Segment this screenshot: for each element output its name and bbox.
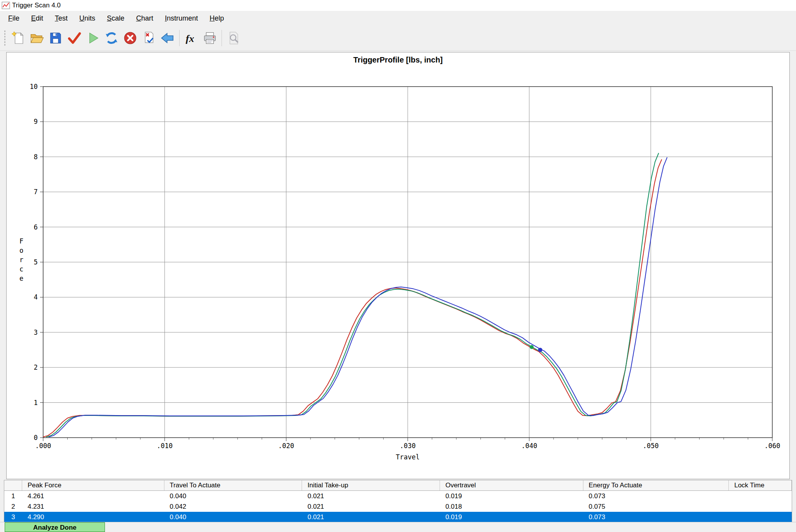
menu-test[interactable]: Test — [49, 13, 73, 24]
menu-units[interactable]: Units — [73, 13, 101, 24]
save-icon[interactable] — [46, 28, 65, 48]
column-header[interactable]: Travel To Actuate — [164, 480, 302, 490]
menu-file[interactable]: File — [2, 13, 25, 24]
table-cell — [729, 491, 792, 501]
table-cell: 4.290 — [22, 512, 164, 522]
svg-text:0: 0 — [34, 434, 38, 442]
toolbar: fx — [0, 26, 796, 51]
column-header[interactable]: Initial Take-up — [302, 480, 440, 490]
results-table: Peak ForceTravel To ActuateInitial Take-… — [4, 480, 792, 522]
print-preview-icon — [224, 28, 243, 48]
window-title: Trigger Scan 4.0 — [12, 2, 61, 9]
svg-text:3: 3 — [34, 329, 38, 336]
svg-text:4: 4 — [34, 293, 38, 301]
column-header[interactable]: Overtravel — [440, 480, 583, 490]
status-badge: Analyze Done — [5, 522, 105, 532]
open-folder-icon[interactable] — [28, 28, 46, 48]
svg-text:9: 9 — [34, 118, 38, 125]
svg-text:fx: fx — [186, 33, 194, 44]
svg-text:.040: .040 — [521, 442, 537, 450]
table-cell: 0.073 — [583, 491, 729, 501]
table-cell: 0.073 — [583, 512, 729, 522]
back-arrow-icon[interactable] — [158, 28, 177, 48]
menu-scale[interactable]: Scale — [101, 13, 130, 24]
svg-text:6: 6 — [34, 223, 38, 231]
column-header[interactable]: Energy To Actuate — [583, 480, 729, 490]
column-header[interactable] — [4, 480, 22, 490]
title-bar: Trigger Scan 4.0 — [0, 0, 796, 11]
menu-help[interactable]: Help — [204, 13, 230, 24]
table-cell — [729, 512, 792, 522]
svg-text:.020: .020 — [278, 442, 294, 450]
svg-text:2: 2 — [34, 363, 38, 371]
svg-text:Travel: Travel — [396, 453, 419, 461]
table-cell: 0.042 — [164, 501, 302, 512]
function-fx-icon[interactable]: fx — [182, 28, 201, 48]
column-header[interactable]: Peak Force — [22, 480, 164, 490]
stop-icon[interactable] — [121, 28, 140, 48]
print-icon[interactable] — [201, 28, 219, 48]
menu-chart[interactable]: Chart — [130, 13, 159, 24]
validate-icon[interactable] — [140, 28, 158, 48]
app-icon — [2, 1, 10, 10]
table-cell: 0.019 — [440, 491, 583, 501]
column-header[interactable]: Lock Time — [729, 480, 792, 490]
table-cell: 4.231 — [22, 501, 164, 512]
svg-text:.030: .030 — [400, 442, 416, 450]
svg-text:7: 7 — [34, 188, 38, 196]
svg-text:r: r — [19, 256, 23, 264]
check-icon[interactable] — [65, 28, 84, 48]
table-cell: 1 — [4, 491, 22, 501]
new-file-icon[interactable] — [9, 28, 28, 48]
table-cell: 0.040 — [164, 512, 302, 522]
table-cell: 0.018 — [440, 501, 583, 512]
table-cell — [729, 501, 792, 512]
table-cell: 0.021 — [302, 491, 440, 501]
toolbar-grip-icon[interactable] — [4, 30, 6, 46]
svg-text:8: 8 — [34, 153, 38, 161]
svg-text:e: e — [19, 275, 23, 282]
table-row[interactable]: 14.2610.0400.0210.0190.073 — [4, 491, 792, 501]
menu-instrument[interactable]: Instrument — [159, 13, 204, 24]
trigger-profile-plot[interactable]: .000.010.020.030.040.050.060012345678910… — [7, 52, 789, 479]
table-body: 14.2610.0400.0210.0190.07324.2310.0420.0… — [4, 491, 792, 522]
svg-text:.010: .010 — [157, 442, 173, 450]
svg-text:1: 1 — [34, 399, 38, 407]
toolbar-separator — [179, 30, 180, 46]
table-row[interactable]: 24.2310.0420.0210.0180.075 — [4, 501, 792, 512]
status-bar: Analyze Done — [0, 522, 796, 532]
svg-text:5: 5 — [34, 258, 38, 266]
play-icon[interactable] — [84, 28, 102, 48]
refresh-icon[interactable] — [102, 28, 121, 48]
table-header-row: Peak ForceTravel To ActuateInitial Take-… — [4, 480, 792, 491]
menu-bar: FileEditTestUnitsScaleChartInstrumentHel… — [0, 11, 796, 26]
menu-edit[interactable]: Edit — [25, 13, 49, 24]
svg-text:.050: .050 — [643, 442, 659, 450]
chart-panel: TriggerProfile [lbs, inch] .000.010.020.… — [6, 52, 790, 479]
svg-text:.000: .000 — [35, 442, 51, 450]
table-cell: 3 — [4, 512, 22, 522]
svg-text:o: o — [19, 247, 23, 254]
table-cell: 0.040 — [164, 491, 302, 501]
svg-text:.060: .060 — [765, 442, 780, 450]
toolbar-separator — [222, 30, 222, 46]
svg-text:10: 10 — [30, 83, 38, 90]
table-cell: 4.261 — [22, 491, 164, 501]
table-row[interactable]: 34.2900.0400.0210.0190.073 — [4, 512, 792, 522]
svg-text:F: F — [19, 237, 23, 245]
svg-text:c: c — [19, 265, 23, 273]
table-cell: 0.021 — [302, 501, 440, 512]
table-cell: 0.019 — [440, 512, 583, 522]
table-cell: 0.075 — [583, 501, 729, 512]
table-cell: 0.021 — [302, 512, 440, 522]
table-cell: 2 — [4, 501, 22, 512]
